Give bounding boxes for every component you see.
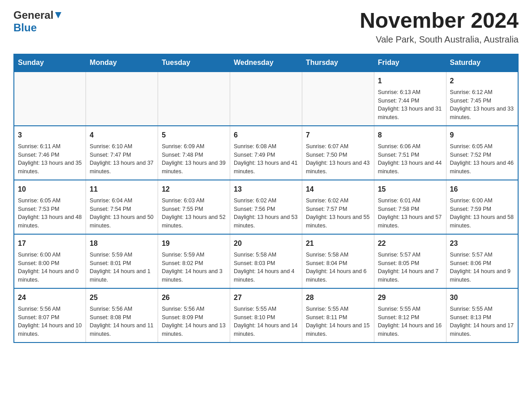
day-info: Sunrise: 5:56 AMSunset: 8:07 PMDaylight:… — [18, 305, 82, 338]
logo-arrow-icon — [54, 11, 62, 21]
calendar-cell: 12Sunrise: 6:03 AMSunset: 7:55 PMDayligh… — [158, 180, 230, 234]
day-number: 3 — [18, 130, 82, 141]
day-number: 12 — [162, 184, 226, 195]
day-number: 24 — [18, 292, 82, 303]
calendar-cell: 11Sunrise: 6:04 AMSunset: 7:54 PMDayligh… — [86, 180, 158, 234]
calendar-cell: 23Sunrise: 5:57 AMSunset: 8:06 PMDayligh… — [446, 234, 518, 288]
day-info: Sunrise: 6:03 AMSunset: 7:55 PMDaylight:… — [162, 197, 226, 230]
day-info: Sunrise: 5:55 AMSunset: 8:13 PMDaylight:… — [450, 305, 514, 338]
day-info: Sunrise: 5:58 AMSunset: 8:03 PMDaylight:… — [234, 251, 298, 284]
calendar-cell — [158, 72, 230, 126]
col-header-tuesday: Tuesday — [158, 54, 230, 72]
day-number: 28 — [306, 292, 370, 303]
calendar-cell: 17Sunrise: 6:00 AMSunset: 8:00 PMDayligh… — [14, 234, 86, 288]
day-number: 25 — [90, 292, 154, 303]
svg-marker-0 — [55, 12, 61, 18]
day-info: Sunrise: 6:08 AMSunset: 7:49 PMDaylight:… — [234, 142, 298, 176]
calendar-cell: 24Sunrise: 5:56 AMSunset: 8:07 PMDayligh… — [14, 288, 86, 342]
calendar-table: SundayMondayTuesdayWednesdayThursdayFrid… — [13, 54, 519, 343]
col-header-monday: Monday — [86, 54, 158, 72]
day-info: Sunrise: 6:02 AMSunset: 7:56 PMDaylight:… — [234, 197, 298, 230]
day-number: 29 — [378, 292, 442, 303]
calendar-cell: 21Sunrise: 5:58 AMSunset: 8:04 PMDayligh… — [302, 234, 374, 288]
day-info: Sunrise: 6:11 AMSunset: 7:46 PMDaylight:… — [18, 142, 82, 176]
day-number: 27 — [234, 292, 298, 303]
calendar-cell: 2Sunrise: 6:12 AMSunset: 7:45 PMDaylight… — [446, 72, 518, 126]
day-number: 10 — [18, 184, 82, 195]
calendar-cell: 28Sunrise: 5:55 AMSunset: 8:11 PMDayligh… — [302, 288, 374, 342]
day-info: Sunrise: 5:58 AMSunset: 8:04 PMDaylight:… — [306, 251, 370, 284]
day-number: 22 — [378, 238, 442, 249]
calendar-header-row: SundayMondayTuesdayWednesdayThursdayFrid… — [14, 54, 518, 72]
day-number: 9 — [450, 130, 514, 141]
col-header-sunday: Sunday — [14, 54, 86, 72]
calendar-cell: 8Sunrise: 6:06 AMSunset: 7:51 PMDaylight… — [374, 126, 446, 180]
calendar-cell: 10Sunrise: 6:05 AMSunset: 7:53 PMDayligh… — [14, 180, 86, 234]
day-info: Sunrise: 6:10 AMSunset: 7:47 PMDaylight:… — [90, 142, 154, 176]
week-row-1: 1Sunrise: 6:13 AMSunset: 7:44 PMDaylight… — [14, 72, 518, 126]
calendar-cell: 4Sunrise: 6:10 AMSunset: 7:47 PMDaylight… — [86, 126, 158, 180]
calendar-cell: 14Sunrise: 6:02 AMSunset: 7:57 PMDayligh… — [302, 180, 374, 234]
day-info: Sunrise: 5:59 AMSunset: 8:02 PMDaylight:… — [162, 251, 226, 284]
day-number: 8 — [378, 130, 442, 141]
day-number: 1 — [378, 76, 442, 86]
month-title: November 2024 — [360, 9, 519, 33]
day-number: 15 — [378, 184, 442, 195]
calendar-cell — [86, 72, 158, 126]
day-info: Sunrise: 5:59 AMSunset: 8:01 PMDaylight:… — [90, 251, 154, 284]
day-info: Sunrise: 5:55 AMSunset: 8:12 PMDaylight:… — [378, 305, 442, 338]
calendar-cell: 26Sunrise: 5:56 AMSunset: 8:09 PMDayligh… — [158, 288, 230, 342]
calendar-cell: 13Sunrise: 6:02 AMSunset: 7:56 PMDayligh… — [230, 180, 302, 234]
calendar-cell: 20Sunrise: 5:58 AMSunset: 8:03 PMDayligh… — [230, 234, 302, 288]
logo-blue-text: Blue — [13, 21, 37, 34]
week-row-2: 3Sunrise: 6:11 AMSunset: 7:46 PMDaylight… — [14, 126, 518, 180]
day-info: Sunrise: 6:01 AMSunset: 7:58 PMDaylight:… — [378, 197, 442, 230]
day-number: 17 — [18, 238, 82, 249]
calendar-cell: 27Sunrise: 5:55 AMSunset: 8:10 PMDayligh… — [230, 288, 302, 342]
calendar-cell: 1Sunrise: 6:13 AMSunset: 7:44 PMDaylight… — [374, 72, 446, 126]
day-info: Sunrise: 6:07 AMSunset: 7:50 PMDaylight:… — [306, 142, 370, 176]
calendar-cell: 3Sunrise: 6:11 AMSunset: 7:46 PMDaylight… — [14, 126, 86, 180]
calendar-cell — [230, 72, 302, 126]
day-number: 5 — [162, 130, 226, 141]
calendar-cell: 25Sunrise: 5:56 AMSunset: 8:08 PMDayligh… — [86, 288, 158, 342]
day-number: 19 — [162, 238, 226, 249]
col-header-thursday: Thursday — [302, 54, 374, 72]
week-row-4: 17Sunrise: 6:00 AMSunset: 8:00 PMDayligh… — [14, 234, 518, 288]
day-number: 14 — [306, 184, 370, 195]
day-info: Sunrise: 6:13 AMSunset: 7:44 PMDaylight:… — [378, 88, 442, 122]
calendar-cell: 18Sunrise: 5:59 AMSunset: 8:01 PMDayligh… — [86, 234, 158, 288]
day-number: 4 — [90, 130, 154, 141]
week-row-3: 10Sunrise: 6:05 AMSunset: 7:53 PMDayligh… — [14, 180, 518, 234]
day-info: Sunrise: 5:57 AMSunset: 8:06 PMDaylight:… — [450, 251, 514, 284]
day-info: Sunrise: 6:00 AMSunset: 8:00 PMDaylight:… — [18, 251, 82, 284]
logo: General Blue — [13, 9, 62, 34]
day-number: 13 — [234, 184, 298, 195]
day-number: 11 — [90, 184, 154, 195]
location-text: Vale Park, South Australia, Australia — [360, 34, 519, 45]
day-number: 21 — [306, 238, 370, 249]
day-number: 26 — [162, 292, 226, 303]
calendar-cell: 9Sunrise: 6:05 AMSunset: 7:52 PMDaylight… — [446, 126, 518, 180]
calendar-cell: 16Sunrise: 6:00 AMSunset: 7:59 PMDayligh… — [446, 180, 518, 234]
calendar-cell: 6Sunrise: 6:08 AMSunset: 7:49 PMDaylight… — [230, 126, 302, 180]
page-header: General Blue November 2024 Vale Park, So… — [13, 9, 519, 45]
day-info: Sunrise: 5:55 AMSunset: 8:11 PMDaylight:… — [306, 305, 370, 338]
logo-general-text: General — [13, 9, 53, 21]
col-header-saturday: Saturday — [446, 54, 518, 72]
day-number: 6 — [234, 130, 298, 141]
week-row-5: 24Sunrise: 5:56 AMSunset: 8:07 PMDayligh… — [14, 288, 518, 342]
day-info: Sunrise: 6:00 AMSunset: 7:59 PMDaylight:… — [450, 197, 514, 230]
day-info: Sunrise: 5:55 AMSunset: 8:10 PMDaylight:… — [234, 305, 298, 338]
day-info: Sunrise: 6:06 AMSunset: 7:51 PMDaylight:… — [378, 142, 442, 176]
day-info: Sunrise: 6:05 AMSunset: 7:53 PMDaylight:… — [18, 197, 82, 230]
calendar-cell — [14, 72, 86, 126]
title-block: November 2024 Vale Park, South Australia… — [360, 9, 519, 45]
day-info: Sunrise: 6:12 AMSunset: 7:45 PMDaylight:… — [450, 88, 514, 122]
day-info: Sunrise: 6:02 AMSunset: 7:57 PMDaylight:… — [306, 197, 370, 230]
day-number: 7 — [306, 130, 370, 141]
day-number: 23 — [450, 238, 514, 249]
calendar-cell: 5Sunrise: 6:09 AMSunset: 7:48 PMDaylight… — [158, 126, 230, 180]
calendar-cell — [302, 72, 374, 126]
calendar-cell: 15Sunrise: 6:01 AMSunset: 7:58 PMDayligh… — [374, 180, 446, 234]
